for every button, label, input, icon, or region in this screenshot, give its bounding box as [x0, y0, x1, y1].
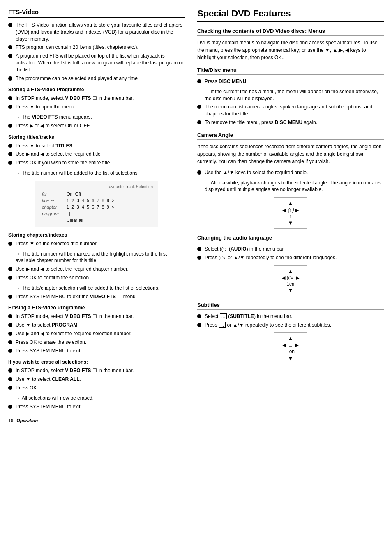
camera-angle-diagram: ▲ ◀ ⟨↕⟩ ▶ 1 ▼: [197, 197, 384, 229]
storing-titles-list: Press ▼ to select TITLES. Use ▶ and ◀ to…: [8, 143, 185, 166]
audio-lang-value: 1en: [287, 281, 294, 286]
intro-bullets: The FTS-Video function allows you to sto…: [8, 22, 185, 82]
title-disc-menu-title: Title/Disc menu: [197, 67, 384, 75]
erasing-programme-title: Erasing a FTS-Video Programme: [8, 305, 185, 311]
audio-language-diagram: ▲ ◀ ((ᡈ ▶ 1en ▼: [197, 265, 384, 296]
table-row: title ↔ 1 2 3 4 5 6 7 8 9 >: [40, 197, 153, 204]
list-item: Select ((ᡈ (AUDIO) in the menu bar.: [197, 246, 384, 253]
camera-angle-list: Use the ▲/▼ keys to select the required …: [197, 169, 384, 176]
list-item: Press DISC MENU.: [197, 78, 384, 85]
list-item: Press OK to erase the selection.: [8, 339, 185, 346]
arrow-item: The title number will be added to the li…: [16, 170, 185, 177]
list-item: Press ▶ or ◀ to select ON or OFF.: [8, 122, 185, 129]
arrow-item: The VIDEO FTS menu appears.: [16, 114, 185, 121]
camera-angle-intro: If the disc contains sequences recorded …: [197, 143, 384, 165]
storing-chapters-title: Storing chapters/indexes: [8, 232, 185, 238]
audio-language-title: Changing the audio language: [197, 235, 384, 242]
table-row: fts On Off: [40, 191, 153, 197]
list-item: Press ▼ on the selected title number.: [8, 240, 185, 247]
right-arrow-icon: ▶: [296, 275, 299, 281]
arrow-item: After a while, playback changes to the s…: [205, 180, 384, 193]
list-item: Press OK.: [8, 385, 185, 391]
list-item: Press OK to confirm the selection.: [8, 274, 185, 281]
list-item: Press SYSTEM MENU to exit.: [8, 348, 185, 355]
storing-programme-list2: Press ▶ or ◀ to select ON or OFF.: [8, 122, 185, 129]
list-item: Use ▼ to select CLEAR ALL.: [8, 376, 185, 383]
list-item: Use ▶ and ◀ to select the required selec…: [8, 330, 185, 337]
list-item: Use ▼ to select PROGRAM.: [8, 322, 185, 329]
down-arrow-icon: ▼: [288, 287, 293, 293]
angle-number: 1: [289, 214, 292, 219]
down-arrow-icon: ▼: [288, 220, 293, 226]
erase-all-title: If you wish to erase all selections:: [8, 359, 185, 365]
left-arrow-icon: ◀: [282, 207, 286, 213]
list-item: To remove the title menu, press DISC MEN…: [197, 119, 384, 126]
storing-programme-title: Storing a FTS-Video Programme: [8, 87, 185, 92]
erase-all-list: In STOP mode, select VIDEO FTS ☐ in the …: [8, 367, 185, 391]
erasing-programme-list: In STOP mode, select VIDEO FTS ☐ in the …: [8, 313, 185, 354]
page-footer: 16 Operation: [8, 418, 185, 423]
down-arrow-icon: ▼: [288, 355, 293, 362]
list-item: Press SYSTEM MENU to exit.: [8, 403, 185, 410]
left-arrow-icon: ◀: [282, 342, 286, 348]
left-column: FTS-Video The FTS-Video function allows …: [8, 8, 185, 423]
table-row: program [ ]: [40, 210, 153, 217]
list-item: Press ▼ to open the menu.: [8, 104, 185, 111]
subtitle-lang-value: 1en: [286, 349, 295, 355]
list-item: A programmed FTS will be placed on top o…: [8, 53, 185, 73]
checking-intro: DVDs may contain menus to navigate the d…: [197, 39, 384, 61]
list-item: Press ▼ to select TITLES.: [8, 143, 185, 150]
list-item: Use ▶ and ◀ to select the required chapt…: [8, 266, 185, 273]
special-dvd-title: Special DVD Features: [197, 8, 384, 22]
subtitle-diagram: ▲ ◀ ... ▶ 1en ▼: [197, 332, 384, 364]
title-disc-menu-list: Press DISC MENU.: [197, 78, 384, 85]
up-arrow-icon: ▲: [288, 200, 293, 206]
up-arrow-icon: ▲: [288, 268, 293, 274]
storing-titles-title: Storing titles/tracks: [8, 134, 185, 140]
list-item: In STOP mode, select VIDEO FTS ☐ in the …: [8, 313, 185, 320]
storing-programme-list: In STOP mode, select VIDEO FTS ☐ in the …: [8, 95, 185, 111]
checking-section-title: Checking the contents of DVD Video discs…: [197, 28, 384, 36]
list-item: Select ... (SUBTITLE) in the menu bar.: [197, 313, 384, 320]
subtitles-list: Select ... (SUBTITLE) in the menu bar. P…: [197, 313, 384, 329]
arrow-item: If the current title has a menu, the men…: [205, 88, 384, 102]
camera-angle-title: Camera Angle: [197, 132, 384, 140]
table-row: chapter 1 2 3 4 5 6 7 8 9 >: [40, 204, 153, 210]
up-arrow-icon: ▲: [288, 335, 293, 341]
right-column: Special DVD Features Checking the conten…: [197, 8, 384, 423]
list-item: The FTS-Video function allows you to sto…: [8, 22, 185, 42]
fts-video-title: FTS-Video: [8, 8, 185, 18]
table-row: Clear all: [40, 217, 153, 223]
list-item: The menu can list camera angles, spoken …: [197, 104, 384, 117]
list-item: Use ▶ and ◀ to select the required title…: [8, 151, 185, 158]
list-item: In STOP mode, select VIDEO FTS ☐ in the …: [8, 95, 185, 102]
right-arrow-icon: ▶: [295, 342, 299, 348]
list-item: The programme can be selected and played…: [8, 75, 185, 82]
list-item: FTS program can contain 20 items (titles…: [8, 44, 185, 51]
list-item: Press SYSTEM MENU to exit the VIDEO FTS …: [8, 293, 185, 300]
arrow-item: The title/chapter selection will be adde…: [16, 285, 185, 292]
fts-diagram: Favourite Track Selection fts On Off tit…: [35, 181, 158, 227]
arrow-item: All selections will now be erased.: [16, 395, 185, 402]
list-item: Press OK if you wish to store the entire…: [8, 159, 185, 166]
left-arrow-icon: ◀: [282, 275, 285, 281]
list-item: In STOP mode, select VIDEO FTS ☐ in the …: [8, 367, 185, 374]
arrow-item: The title number will be marked and the …: [16, 251, 185, 265]
storing-chapters-list: Press ▼ on the selected title number.: [8, 240, 185, 247]
audio-language-list: Select ((ᡈ (AUDIO) in the menu bar. Pres…: [197, 246, 384, 261]
right-arrow-icon: ▶: [295, 207, 299, 213]
subtitles-title: Subtitles: [197, 302, 384, 310]
list-item: Press ((ᡈ or ▲/▼ repeatedly to see the d…: [197, 254, 384, 261]
list-item: Use the ▲/▼ keys to select the required …: [197, 169, 384, 176]
list-item: Press ... or ▲/▼ repeatedly to see the d…: [197, 322, 384, 329]
